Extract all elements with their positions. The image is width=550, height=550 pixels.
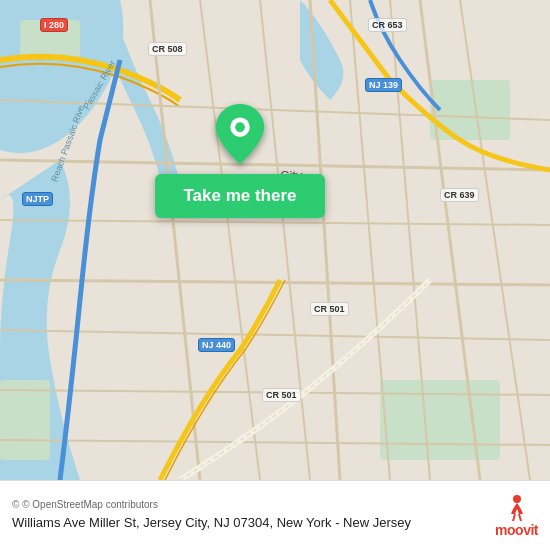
svg-rect-2 [430,80,510,140]
moovit-text: moovit [495,522,538,538]
road-label-cr501-2: CR 501 [262,388,301,402]
moovit-icon [499,494,535,522]
address-text: Williams Ave Miller St, Jersey City, NJ … [12,514,483,532]
road-label-cr508: CR 508 [148,42,187,56]
map-view: I 280 CR 508 CR 653 NJ 139 CR 639 NJTP C… [0,0,550,480]
road-label-i280: I 280 [40,18,68,32]
bottom-bar: © © OpenStreetMap contributors Williams … [0,480,550,550]
copyright-text: © OpenStreetMap contributors [22,499,158,510]
address-info: © © OpenStreetMap contributors Williams … [12,499,483,532]
road-label-cr639: CR 639 [440,188,479,202]
cta-overlay: Take me there [140,100,340,218]
location-pin-icon [210,100,270,170]
svg-rect-4 [0,380,50,460]
road-label-njtp: NJTP [22,192,53,206]
moovit-logo: moovit [495,494,538,538]
svg-point-21 [235,122,245,132]
road-label-nj139: NJ 139 [365,78,402,92]
road-label-cr501-1: CR 501 [310,302,349,316]
take-me-there-button[interactable]: Take me there [155,174,324,218]
road-label-cr653: CR 653 [368,18,407,32]
copyright-line: © © OpenStreetMap contributors [12,499,483,510]
svg-rect-3 [380,380,500,460]
copyright-icon: © [12,499,19,510]
svg-point-22 [513,495,521,503]
road-label-nj440: NJ 440 [198,338,235,352]
